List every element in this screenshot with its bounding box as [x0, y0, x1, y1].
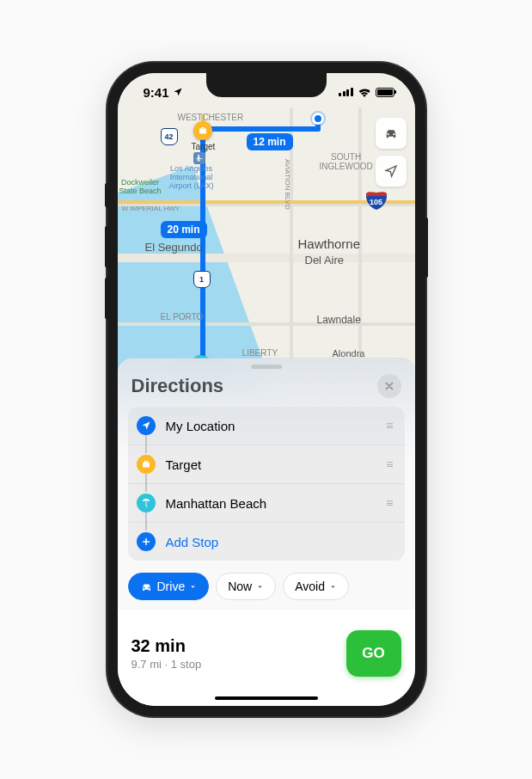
route-time-badge: 20 min: [161, 221, 207, 238]
map-label: Lawndale: [317, 314, 361, 326]
avoid-label: Avoid: [295, 580, 325, 593]
directions-panel: Directions My Location ≡: [118, 359, 415, 706]
interstate-shield-105: 105: [367, 192, 386, 209]
recenter-button[interactable]: [376, 156, 407, 187]
stops-list: My Location ≡ Target ≡ Manhattan: [128, 407, 405, 561]
summary-row: 32 min 9.7 mi · 1 stop GO: [118, 610, 415, 706]
cellular-icon: [339, 88, 353, 96]
map-label: EL PORTO: [161, 312, 204, 322]
car-icon: [140, 580, 153, 593]
chevron-down-icon: [256, 583, 264, 591]
mode-chip[interactable]: Drive: [128, 573, 210, 600]
battery-icon: [376, 88, 394, 97]
map-label: Los Angeles International Airport (LAX): [169, 164, 214, 190]
panel-title: Directions: [131, 375, 224, 397]
map-view[interactable]: WESTCHESTER SOUTH INGLEWOOD Dockweiler S…: [118, 73, 415, 400]
location-arrow-icon: [384, 164, 398, 178]
chevron-down-icon: [329, 583, 337, 591]
screen: 9:41 WESTCHESTER: [118, 73, 415, 706]
map-label: Del Aire: [305, 254, 345, 267]
map-pin-target[interactable]: [193, 121, 212, 140]
drag-handle-icon[interactable]: ≡: [386, 424, 394, 427]
map-label: AVIATION BLVD: [284, 159, 291, 210]
when-chip[interactable]: Now: [216, 573, 276, 600]
when-label: Now: [228, 580, 252, 593]
status-time: 9:41: [144, 85, 169, 100]
umbrella-icon: [137, 494, 156, 512]
phone-frame: 9:41 WESTCHESTER: [107, 63, 425, 716]
route-shield-1: 1: [193, 271, 211, 288]
close-button[interactable]: [377, 374, 401, 398]
briefcase-icon: [198, 126, 208, 136]
current-location-dot[interactable]: [312, 113, 324, 125]
wifi-icon: [358, 87, 371, 97]
map-pin-label: Target: [192, 142, 216, 151]
map-label: WESTCHESTER: [178, 113, 244, 122]
map-label: Dockweiler State Beach: [119, 178, 162, 195]
options-row: Drive Now Avoid: [118, 561, 415, 600]
notch: [206, 73, 327, 97]
stop-row-my-location[interactable]: My Location ≡: [128, 407, 405, 445]
car-icon: [383, 126, 399, 141]
map-label: W IMPERIAL HWY: [122, 205, 180, 212]
stop-label: My Location: [166, 419, 376, 433]
chevron-down-icon: [189, 583, 197, 591]
plus-icon: [137, 532, 156, 551]
summary-meta: 9.7 mi · 1 stop: [131, 658, 202, 671]
avoid-chip[interactable]: Avoid: [283, 573, 349, 600]
stop-row-target[interactable]: Target ≡: [128, 445, 405, 483]
map-label: Hawthorne: [298, 236, 361, 251]
drag-handle-icon[interactable]: ≡: [386, 463, 394, 466]
mode-label: Drive: [157, 580, 186, 593]
add-stop-label: Add Stop: [166, 535, 394, 549]
location-arrow-icon: [173, 87, 183, 97]
transport-mode-button[interactable]: [376, 118, 407, 149]
home-indicator[interactable]: [215, 696, 318, 700]
stop-label: Target: [166, 457, 376, 472]
summary-time: 32 min: [131, 636, 202, 656]
briefcase-icon: [137, 455, 156, 474]
airport-icon: [193, 152, 205, 164]
route-time-badge: 12 min: [247, 133, 293, 150]
add-stop-button[interactable]: Add Stop: [128, 522, 405, 561]
map-label: SOUTH INGLEWOOD: [320, 152, 373, 171]
close-icon: [384, 381, 394, 391]
drag-handle-icon[interactable]: ≡: [386, 501, 394, 505]
stop-row-manhattan-beach[interactable]: Manhattan Beach ≡: [128, 483, 405, 522]
map-label: El Segundo: [145, 241, 203, 254]
route-shield-42: 42: [161, 128, 178, 145]
go-button[interactable]: GO: [346, 630, 401, 677]
location-arrow-icon: [137, 416, 156, 435]
stop-label: Manhattan Beach: [166, 496, 376, 511]
